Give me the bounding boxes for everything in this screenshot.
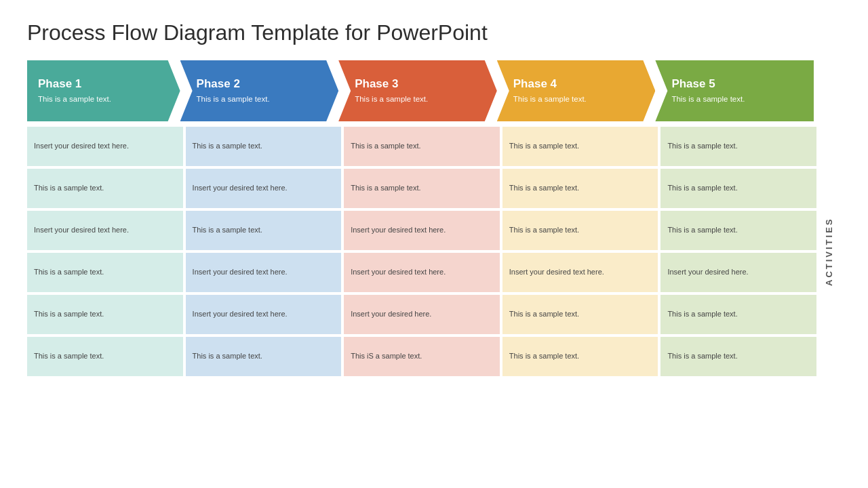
grid-cell-r6-c4[interactable]: This is a sample text. (502, 337, 658, 376)
grid-cell-r6-c5[interactable]: This is a sample text. (660, 337, 816, 376)
grid-cell-r1-c5[interactable]: This is a sample text. (660, 127, 816, 166)
grid-cell-r5-c4[interactable]: This is a sample text. (502, 295, 658, 334)
grid-cell-r2-c4[interactable]: This is a sample text. (502, 169, 658, 208)
grid-cell-r2-c3[interactable]: This is a sample text. (344, 169, 500, 208)
phase-arrow-5: Phase 5This is a sample text. (655, 60, 814, 121)
grid-cell-r1-c3[interactable]: This is a sample text. (344, 127, 500, 166)
phase-label-4: Phase 4 (513, 77, 649, 91)
phase-arrow-2: Phase 2This is a sample text. (180, 60, 339, 121)
phase-desc-4: This is a sample text. (513, 94, 649, 104)
phase-desc-5: This is a sample text. (671, 94, 807, 104)
grid-cell-r6-c1[interactable]: This is a sample text. (27, 337, 183, 376)
grid-cell-r5-c1[interactable]: This is a sample text. (27, 295, 183, 334)
grid-cell-r6-c3[interactable]: This iS a sample text. (344, 337, 500, 376)
page-title: Process Flow Diagram Template for PowerP… (27, 20, 841, 45)
grid-cell-r2-c2[interactable]: Insert your desired text here. (186, 169, 342, 208)
phase-label-3: Phase 3 (355, 77, 490, 91)
phase-desc-2: This is a sample text. (197, 94, 332, 104)
phase-desc-1: This is a sample text. (38, 94, 174, 104)
grid-main: Insert your desired text here.This is a … (27, 127, 816, 376)
grid-cell-r4-c5[interactable]: Insert your desired here. (660, 253, 816, 292)
grid-cell-r1-c4[interactable]: This is a sample text. (502, 127, 658, 166)
phase-arrow-1: Phase 1This is a sample text. (27, 60, 180, 121)
grid-cell-r4-c2[interactable]: Insert your desired text here. (186, 253, 342, 292)
activities-label: ACTIVITIES (816, 127, 841, 376)
phase-label-5: Phase 5 (671, 77, 807, 91)
grid-cell-r4-c3[interactable]: Insert your desired text here. (344, 253, 500, 292)
grid-cell-r3-c5[interactable]: This is a sample text. (660, 211, 816, 250)
grid-cell-r2-c5[interactable]: This is a sample text. (660, 169, 816, 208)
phase-desc-3: This is a sample text. (355, 94, 490, 104)
phase-arrow-3: Phase 3This is a sample text. (338, 60, 497, 121)
diagram-container: Phase 1This is a sample text.Phase 2This… (27, 60, 841, 376)
grid-cell-r3-c2[interactable]: This is a sample text. (186, 211, 342, 250)
grid-cell-r2-c1[interactable]: This is a sample text. (27, 169, 183, 208)
phase-label-2: Phase 2 (197, 77, 332, 91)
grid-cell-r4-c4[interactable]: Insert your desired text here. (502, 253, 658, 292)
phase-label-1: Phase 1 (38, 77, 174, 91)
grid-cell-r3-c4[interactable]: This is a sample text. (502, 211, 658, 250)
grid-cell-r5-c2[interactable]: Insert your desired text here. (186, 295, 342, 334)
phases-row: Phase 1This is a sample text.Phase 2This… (27, 60, 814, 121)
grid-cell-r1-c1[interactable]: Insert your desired text here. (27, 127, 183, 166)
phase-arrow-4: Phase 4This is a sample text. (497, 60, 656, 121)
grid-cell-r5-c3[interactable]: Insert your desired here. (344, 295, 500, 334)
grid-cell-r6-c2[interactable]: This is a sample text. (186, 337, 342, 376)
grid-cell-r3-c3[interactable]: Insert your desired text here. (344, 211, 500, 250)
grid-cell-r4-c1[interactable]: This is a sample text. (27, 253, 183, 292)
grid-cell-r3-c1[interactable]: Insert your desired text here. (27, 211, 183, 250)
grid-cell-r5-c5[interactable]: This is a sample text. (660, 295, 816, 334)
grid-cell-r1-c2[interactable]: This is a sample text. (186, 127, 342, 166)
grid-wrapper: Insert your desired text here.This is a … (27, 127, 841, 376)
